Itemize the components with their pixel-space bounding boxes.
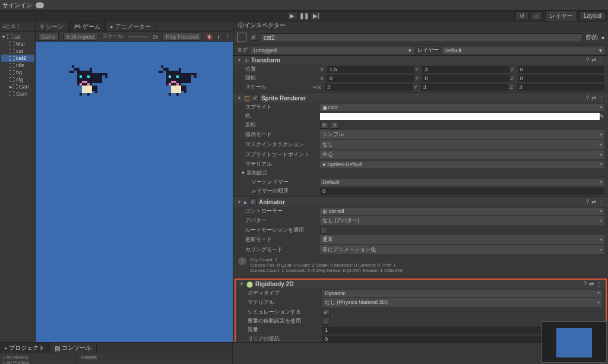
breadcrumb-assets[interactable]: Assets [81, 354, 229, 360]
rot-z[interactable] [518, 75, 604, 82]
object-type-icon[interactable] [237, 33, 246, 42]
inspector-tab[interactable]: ⓘ インスペクター [233, 21, 608, 30]
sprite-field[interactable]: ▣cat2 [320, 104, 604, 111]
static-dropdown-icon[interactable]: ▾ [601, 34, 604, 41]
auto-mass-checkbox[interactable] [322, 318, 330, 325]
svg-rect-34 [176, 93, 179, 96]
tab-animator[interactable]: ▸ アニメーター [106, 21, 156, 32]
draw-mode[interactable]: シンプル [320, 130, 604, 139]
object-name-field[interactable] [261, 33, 582, 42]
layers-dropdown[interactable]: レイヤー [545, 11, 577, 21]
sort-point[interactable]: 中心 [320, 150, 604, 159]
material-field[interactable]: ● Sprites-Default [320, 161, 604, 168]
anim-enabled[interactable] [249, 198, 256, 205]
preset-icon[interactable]: ⇄ [591, 57, 596, 64]
body-type[interactable]: Dynamic [322, 290, 602, 297]
menu-icon[interactable]: ⋮ [598, 199, 604, 205]
play-mode-dropdown[interactable]: Play Focused [163, 33, 201, 41]
pos-z[interactable] [518, 66, 604, 73]
all-models[interactable]: ⌕ All Models [2, 354, 74, 360]
layout-dropdown[interactable]: Layout [580, 11, 606, 20]
preset-icon[interactable]: ⇄ [591, 199, 596, 205]
hierarchy-item[interactable]: ⛶ Mai [1, 40, 34, 48]
svg-rect-31 [171, 86, 181, 93]
stats-icon[interactable]: ⫿ [217, 34, 220, 40]
menu-icon[interactable]: ⋮ [598, 95, 604, 102]
display-dropdown[interactable]: Game [38, 33, 59, 41]
mute-icon[interactable]: 🔇 [206, 34, 213, 40]
cloud-icon[interactable] [36, 2, 44, 8]
svg-rect-30 [176, 83, 179, 86]
all-prefabs[interactable]: ⌕ All Prefabs [2, 360, 74, 364]
rigidbody-header[interactable]: ▼⬤ Rigidbody 2D ?⇄⋮ [236, 280, 606, 289]
tag-dropdown[interactable]: Untagged▾ [251, 47, 414, 54]
svg-rect-8 [87, 75, 90, 78]
hierarchy-item[interactable]: ⛶ bg [1, 69, 34, 76]
controller-field[interactable]: ⊞ cat tall [320, 208, 604, 215]
svg-rect-33 [169, 93, 171, 96]
tab-console[interactable]: ▤ コンソール [50, 343, 97, 353]
pause-button[interactable]: ❚❚ [298, 12, 310, 20]
scene-root[interactable]: ▾ ⛶ cat [1, 33, 34, 40]
tab-scene[interactable]: # シーン [36, 21, 69, 32]
hierarchy-item[interactable]: ⛶ cat [1, 48, 34, 55]
rot-y[interactable] [422, 75, 509, 82]
menu-icon[interactable]: ⋮ [225, 34, 230, 40]
svg-rect-0 [72, 65, 74, 68]
flip-x[interactable]: X [320, 122, 328, 129]
hierarchy-item[interactable]: ⛶ title [1, 62, 34, 69]
scl-y[interactable] [421, 84, 509, 91]
flip-y[interactable]: Y [331, 122, 339, 129]
svg-rect-5 [77, 68, 80, 70]
help-icon[interactable]: ? [583, 281, 587, 287]
rot-x[interactable] [327, 75, 414, 82]
link-icon[interactable]: ⚯ [313, 84, 318, 90]
aspect-dropdown[interactable]: 9:16 Aspect [64, 33, 97, 41]
pos-y[interactable] [422, 66, 509, 73]
menu-icon[interactable]: ⋮ [598, 57, 604, 64]
scl-z[interactable] [517, 84, 604, 91]
simulated-checkbox[interactable] [322, 309, 330, 316]
order-in-layer[interactable] [320, 188, 604, 195]
hierarchy-item[interactable]: ⛶ cfg [1, 76, 34, 83]
animator-header[interactable]: ▼▸ Animator ?⇄⋮ [233, 197, 608, 207]
hierarchy-item[interactable]: ▸⛶ Can [1, 83, 34, 90]
layer-dropdown[interactable]: Default▾ [442, 47, 605, 54]
help-icon[interactable]: ? [585, 199, 589, 205]
preset-icon[interactable]: ⇄ [591, 95, 596, 102]
extra-settings-foldout[interactable]: ▾ 追加設定 [237, 169, 320, 177]
update-mode[interactable]: 通常 [320, 235, 604, 244]
step-button[interactable]: ▶| [310, 12, 322, 20]
root-motion-checkbox[interactable] [320, 227, 327, 234]
scl-x[interactable] [325, 84, 413, 91]
pos-x[interactable] [327, 66, 414, 73]
active-checkbox[interactable] [250, 34, 257, 41]
transform-header[interactable]: ▼⊹ Transform ?⇄⋮ [233, 56, 608, 65]
scale-slider[interactable] [128, 36, 148, 37]
preset-icon[interactable]: ⇄ [589, 281, 594, 287]
avatar-field[interactable]: なし (アバター) [320, 216, 604, 225]
sort-layer[interactable]: Default [320, 179, 604, 186]
phys-material[interactable]: なし (Physics Material 2D) [322, 298, 602, 307]
culling-mode[interactable]: 常にアニメーション化 [320, 245, 604, 254]
info-icon: ! [238, 257, 246, 265]
inspector-panel: ⓘ インスペクター 静的 ▾ タグ Untagged▾ レイヤー Default… [233, 21, 608, 342]
tab-project[interactable]: ▪ プロジェクト [0, 343, 50, 353]
color-field[interactable] [320, 113, 600, 120]
sprite-renderer-header[interactable]: ▼◱ Sprite Renderer ?⇄⋮ [233, 93, 608, 103]
search-icon[interactable]: ⌕ [531, 11, 543, 20]
help-icon[interactable]: ? [585, 95, 589, 102]
tab-game[interactable]: 🎮 ゲーム [69, 21, 106, 32]
signin-link[interactable]: サインイン [2, 1, 32, 10]
sr-enabled[interactable] [252, 94, 259, 102]
hierarchy-tab[interactable]: ≡ ヒエ ⋮ [0, 21, 35, 32]
menu-icon[interactable]: ⋮ [596, 281, 602, 287]
hierarchy-item[interactable]: ⛶ Gam [1, 90, 34, 97]
help-icon[interactable]: ? [585, 57, 589, 64]
hierarchy-item-selected[interactable]: ⛶ cat2 [1, 55, 34, 62]
undo-history-icon[interactable]: ↺ [515, 11, 528, 20]
play-button[interactable]: ▶ [286, 12, 298, 20]
svg-rect-7 [80, 75, 82, 78]
eyedropper-icon[interactable]: ✎ [600, 113, 604, 119]
mask-interaction[interactable]: なし [320, 140, 604, 149]
